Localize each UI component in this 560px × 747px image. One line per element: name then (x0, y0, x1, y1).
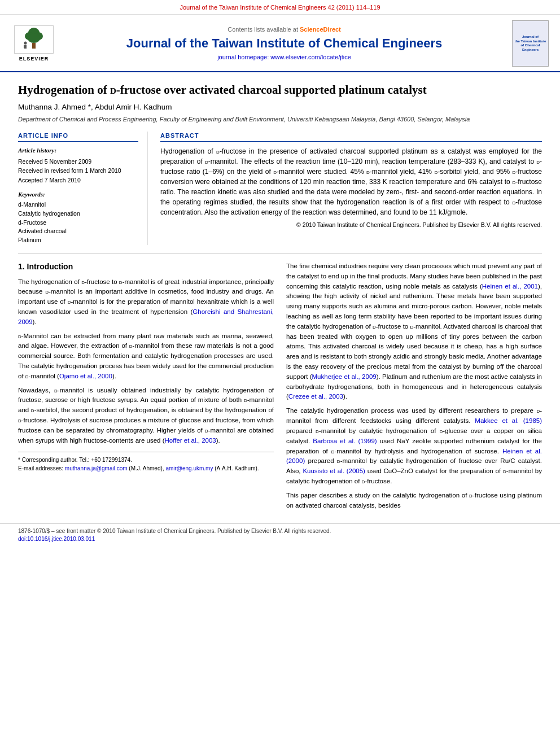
email-label: E-mail addresses: (18, 465, 63, 471)
elsevier-logo: ELSEVIER (11, 25, 56, 63)
elsevier-name-text: ELSEVIER (19, 55, 49, 63)
abstract-col: ABSTRACT Hydrogenation of d-fructose in … (160, 132, 542, 245)
email1: muthanna.ja@gmail.com (65, 465, 128, 471)
keywords-label: Keywords: (18, 190, 138, 199)
received-revised-date: Received in revised form 1 March 2010 (18, 167, 138, 175)
intro-para-3: Nowadays, d-mannitol is usually obtained… (18, 386, 274, 446)
authors: Muthanna J. Ahmed *, Abdul Amir H. Kadhu… (18, 102, 542, 113)
article-body: Hydrogenation of d-fructose over activat… (0, 72, 560, 523)
email1-name: (M.J. Ahmed), (129, 465, 164, 471)
journal-homepage: journal homepage: www.elsevier.com/locat… (64, 53, 504, 62)
svg-rect-4 (32, 43, 36, 49)
footnote-corresponding: * Corresponding author. Tel.: +60 172991… (18, 456, 274, 464)
homepage-url: www.elsevier.com/locate/jtice (270, 54, 351, 60)
article-info-abstract-section: ARTICLE INFO Article history: Received 5… (18, 132, 542, 245)
accepted-date: Accepted 7 March 2010 (18, 176, 138, 185)
svg-rect-8 (25, 45, 27, 48)
keyword-item: Platinum (18, 236, 138, 245)
intro-section-title: 1. Introduction (18, 261, 274, 273)
sciencedirect-name: ScienceDirect (300, 26, 341, 33)
journal-thumb-image: Journal ofthe Taiwan Instituteof Chemica… (512, 20, 549, 67)
issn-line: 1876-1070/$ – see front matter © 2010 Ta… (18, 527, 542, 535)
received-date: Received 5 November 2009 (18, 158, 138, 166)
journal-main-title: Journal of the Taiwan Institute of Chemi… (64, 36, 504, 51)
journal-header: ELSEVIER Contents lists available at Sci… (0, 15, 560, 72)
copyright-line: © 2010 Taiwan Institute of Chemical Engi… (160, 221, 542, 229)
journal-title-center: Contents lists available at ScienceDirec… (64, 25, 504, 62)
article-title: Hydrogenation of d-fructose over activat… (18, 82, 542, 97)
sciencedirect-link: Contents lists available at ScienceDirec… (64, 25, 504, 34)
section-label: Introduction (27, 262, 73, 271)
keywords-list: d-MannitolCatalytic hydrogenationd-Fruct… (18, 200, 138, 245)
elsevier-tree-icon (17, 27, 51, 52)
doi-line: doi:10.1016/j.jtice.2010.03.011 (18, 535, 542, 543)
keyword-item: d-Fructose (18, 219, 138, 228)
article-history-label: Article history: (18, 146, 138, 155)
section-number: 1. (18, 262, 25, 271)
svg-rect-7 (24, 45, 25, 48)
intro-para-2: d-Mannitol can be extracted from many pl… (18, 331, 274, 382)
elsevier-logo-box (14, 25, 54, 54)
svg-point-5 (24, 41, 27, 44)
abstract-heading: ABSTRACT (160, 132, 542, 142)
homepage-prefix: journal homepage: (217, 54, 270, 60)
abstract-text: Hydrogenation of d-fructose in the prese… (160, 146, 542, 217)
email2-name: (A.A.H. Kadhum). (215, 465, 259, 471)
footnote-email: E-mail addresses: muthanna.ja@gmail.com … (18, 464, 274, 473)
intro-right-col: The fine chemical industries require ver… (286, 261, 542, 515)
contents-text: Contents lists available at (228, 26, 300, 33)
section-divider (18, 253, 542, 254)
bottom-bar: 1876-1070/$ – see front matter © 2010 Ta… (0, 523, 560, 547)
svg-point-3 (28, 34, 40, 43)
right-para-1: The fine chemical industries require ver… (286, 261, 542, 402)
intro-left-col: 1. Introduction The hydrogenation of d-f… (18, 261, 274, 515)
affiliation: Department of Chemical and Process Engin… (18, 115, 542, 124)
article-info-heading: ARTICLE INFO (18, 132, 138, 142)
footnote-section: * Corresponding author. Tel.: +60 172991… (18, 452, 274, 473)
journal-citation-bar: Journal of the Taiwan Institute of Chemi… (0, 0, 560, 15)
doi-value: doi:10.1016/j.jtice.2010.03.011 (18, 536, 95, 542)
keyword-item: d-Mannitol (18, 200, 138, 209)
right-para-2: The catalytic hydrogenation process was … (286, 406, 542, 487)
right-para-3: This paper describes a study on the cata… (286, 491, 542, 511)
journal-thumbnail: Journal ofthe Taiwan Instituteof Chemica… (512, 20, 549, 67)
email2: amir@eng.ukm.my (165, 465, 213, 471)
keyword-item: Activated charcoal (18, 227, 138, 236)
article-info-col: ARTICLE INFO Article history: Received 5… (18, 132, 148, 245)
author-names: Muthanna J. Ahmed *, Abdul Amir H. Kadhu… (18, 103, 172, 111)
introduction-section: 1. Introduction The hydrogenation of d-f… (18, 261, 542, 515)
keyword-item: Catalytic hydrogenation (18, 209, 138, 219)
journal-citation: Journal of the Taiwan Institute of Chemi… (180, 4, 380, 11)
intro-para-1: The hydrogenation of d-fructose to d-man… (18, 277, 274, 327)
